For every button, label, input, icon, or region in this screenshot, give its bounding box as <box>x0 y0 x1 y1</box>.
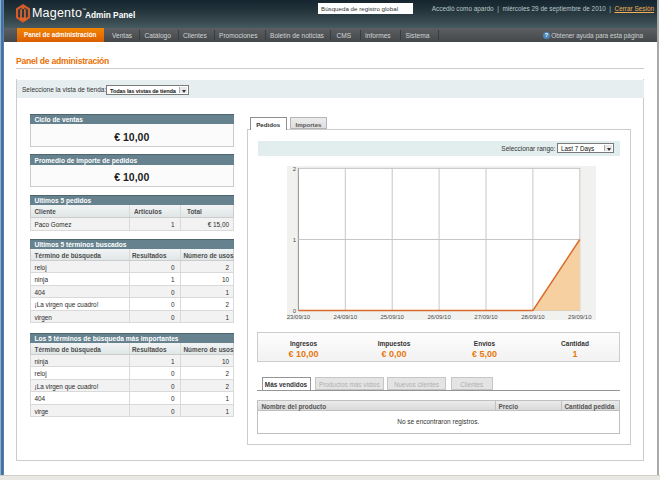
svg-text:29/09/10: 29/09/10 <box>568 314 592 320</box>
svg-text:26/09/10: 26/09/10 <box>427 314 451 320</box>
svg-text:24/09/10: 24/09/10 <box>334 314 358 320</box>
svg-text:27/09/10: 27/09/10 <box>474 314 498 320</box>
svg-text:28/09/10: 28/09/10 <box>521 314 545 320</box>
svg-text:23/09/10: 23/09/10 <box>287 314 311 320</box>
svg-text:25/09/10: 25/09/10 <box>381 314 405 320</box>
